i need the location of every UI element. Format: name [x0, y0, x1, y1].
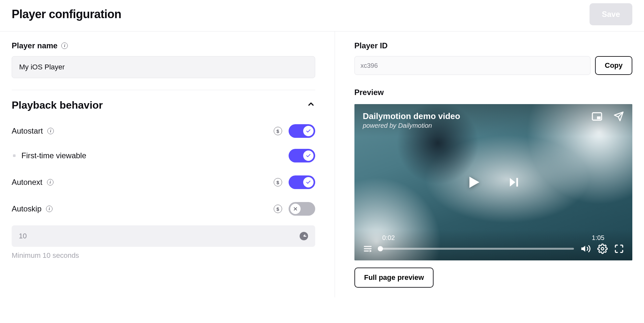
- row-autostart: Autostart i $: [12, 124, 315, 138]
- info-icon[interactable]: i: [47, 128, 54, 134]
- progress-bar[interactable]: [379, 248, 574, 250]
- autostart-label: Autostart: [12, 126, 43, 136]
- autonext-toggle[interactable]: [289, 175, 315, 189]
- row-autonext: Autonext i $: [12, 175, 315, 189]
- firsttime-toggle[interactable]: [289, 149, 315, 162]
- play-icon[interactable]: [466, 174, 481, 190]
- svg-point-14: [601, 247, 604, 250]
- svg-marker-13: [581, 246, 585, 252]
- svg-marker-12: [370, 250, 372, 252]
- row-autoskip: Autoskip i $: [12, 202, 315, 216]
- time-current: 0:02: [382, 234, 395, 242]
- svg-rect-8: [517, 178, 518, 187]
- info-icon[interactable]: i: [46, 206, 53, 212]
- player-name-input-wrap: [12, 56, 315, 78]
- player-id-label: Player ID: [354, 41, 632, 50]
- player-name-label: Player name i: [12, 41, 315, 50]
- page-title: Player configuration: [12, 7, 121, 21]
- save-button[interactable]: Save: [590, 3, 632, 25]
- dollar-icon[interactable]: $: [274, 178, 282, 186]
- pip-icon[interactable]: [591, 112, 602, 121]
- video-title: Dailymotion demo video: [363, 111, 460, 121]
- dollar-icon[interactable]: $: [274, 127, 282, 135]
- autoskip-toggle[interactable]: [289, 202, 315, 216]
- info-icon[interactable]: i: [47, 179, 54, 185]
- video-preview[interactable]: Dailymotion demo video powered by Dailym…: [354, 104, 632, 260]
- chevron-up-icon: [307, 100, 315, 111]
- fullpage-preview-button[interactable]: Full page preview: [354, 268, 434, 288]
- next-icon[interactable]: [507, 176, 520, 189]
- dollar-icon[interactable]: $: [274, 205, 282, 213]
- firsttime-label: First-time viewable: [21, 151, 86, 160]
- copy-button[interactable]: Copy: [595, 56, 632, 75]
- player-id-field[interactable]: xc396: [354, 56, 590, 75]
- info-icon[interactable]: i: [61, 42, 68, 49]
- autoskip-hint: Minimum 10 seconds: [12, 251, 315, 260]
- player-name-input[interactable]: [19, 63, 308, 71]
- settings-icon[interactable]: [597, 244, 608, 254]
- bullet-icon: [13, 154, 16, 157]
- playback-accordion-head[interactable]: Playback behavior: [12, 99, 315, 111]
- autonext-label: Autonext: [12, 178, 42, 187]
- autoskip-seconds-input: 10: [12, 225, 315, 247]
- playlist-icon[interactable]: [363, 244, 373, 253]
- volume-icon[interactable]: [580, 244, 591, 254]
- svg-marker-7: [510, 178, 516, 187]
- autostart-toggle[interactable]: [289, 124, 315, 138]
- playback-title: Playback behavior: [12, 99, 103, 111]
- time-total: 1:05: [592, 234, 604, 242]
- clock-icon: [300, 232, 308, 240]
- fullscreen-icon[interactable]: [614, 244, 624, 254]
- svg-marker-6: [470, 177, 480, 188]
- share-icon[interactable]: [614, 111, 624, 122]
- video-subtitle: powered by Dailymotion: [363, 122, 460, 129]
- topbar: Player configuration Save: [0, 0, 644, 31]
- autoskip-value: 10: [19, 232, 27, 240]
- preview-label: Preview: [354, 88, 632, 97]
- autoskip-label: Autoskip: [12, 204, 42, 213]
- svg-rect-3: [597, 116, 601, 119]
- divider: [12, 90, 315, 90]
- row-firsttime: First-time viewable: [12, 149, 315, 162]
